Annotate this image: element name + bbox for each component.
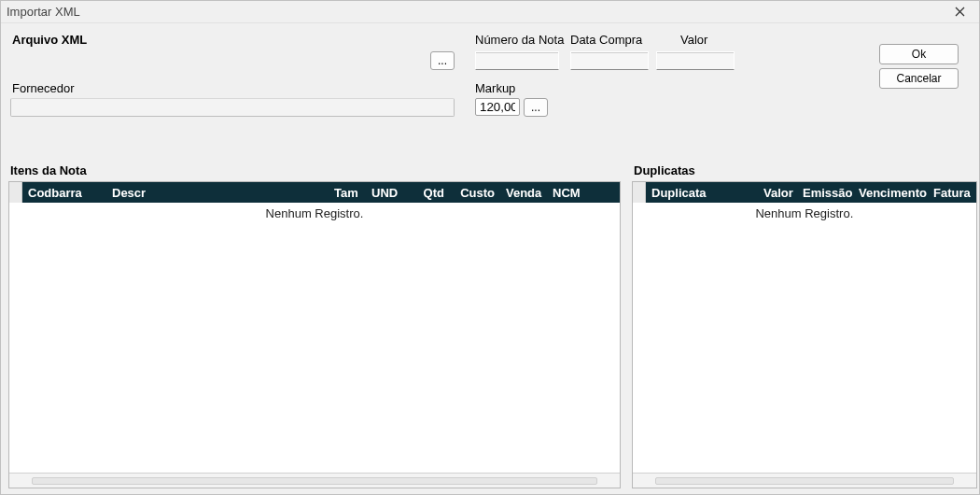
valor-input[interactable] — [656, 51, 735, 70]
itens-grid[interactable]: Codbarra Descr Tam UND Qtd Custo Venda N… — [8, 181, 621, 488]
col-custo[interactable]: Custo — [450, 186, 500, 200]
markup-label: Markup — [475, 81, 515, 95]
numero-nota-input[interactable] — [475, 51, 559, 70]
itens-grid-header: Codbarra Descr Tam UND Qtd Custo Venda N… — [9, 182, 620, 203]
markup-ellipsis-button[interactable]: ... — [524, 98, 548, 117]
duplicatas-grid-wrap: Duplicatas Duplicata Valor Emissão Venci… — [632, 163, 977, 488]
col-qtd[interactable]: Qtd — [405, 186, 450, 200]
data-compra-label: Data Compra — [570, 33, 642, 47]
window: Importar XML Arquivo XML ... Fornecedor … — [0, 0, 980, 495]
col-venda[interactable]: Venda — [500, 186, 547, 200]
form-area: Arquivo XML ... Fornecedor Número da Not… — [8, 27, 972, 139]
valor-label: Valor — [680, 33, 707, 47]
col-und[interactable]: UND — [366, 186, 405, 200]
itens-grid-wrap: Itens da Nota Codbarra Descr Tam UND Qtd… — [8, 163, 621, 488]
duplicatas-horizontal-scrollbar[interactable] — [633, 473, 976, 488]
content: Arquivo XML ... Fornecedor Número da Not… — [1, 23, 979, 494]
col-codbarra[interactable]: Codbarra — [22, 186, 106, 200]
col-tam[interactable]: Tam — [329, 186, 366, 200]
row-indicator-gutter — [633, 182, 646, 203]
numero-nota-label: Número da Nota — [475, 33, 564, 47]
markup-input[interactable] — [475, 98, 520, 116]
duplicatas-grid-body: Nenhum Registro. — [633, 203, 976, 473]
data-compra-input[interactable] — [570, 51, 649, 70]
ok-button[interactable]: Ok — [879, 44, 959, 64]
col-duplicata[interactable]: Duplicata — [646, 186, 758, 200]
itens-grid-body: Nenhum Registro. — [9, 203, 620, 473]
window-title: Importar XML — [7, 5, 945, 19]
col-vencimento[interactable]: Vencimento — [853, 186, 928, 200]
arquivo-xml-label: Arquivo XML — [12, 33, 87, 47]
itens-empty-message: Nenhum Registro. — [9, 203, 620, 220]
row-indicator-gutter — [9, 182, 22, 203]
duplicatas-empty-message: Nenhum Registro. — [633, 203, 976, 220]
duplicatas-grid-header: Duplicata Valor Emissão Vencimento Fatur… — [633, 182, 976, 203]
col-fatura[interactable]: Fatura — [928, 186, 976, 200]
col-descr[interactable]: Descr — [106, 186, 329, 200]
close-icon[interactable] — [945, 3, 973, 21]
arquivo-browse-button[interactable]: ... — [430, 51, 455, 70]
fornecedor-input[interactable] — [10, 98, 455, 117]
col-ncm[interactable]: NCM — [547, 186, 620, 200]
itens-grid-title: Itens da Nota — [8, 163, 621, 177]
titlebar: Importar XML — [1, 1, 979, 23]
duplicatas-grid[interactable]: Duplicata Valor Emissão Vencimento Fatur… — [632, 181, 977, 488]
fornecedor-label: Fornecedor — [12, 81, 74, 95]
col-valor[interactable]: Valor — [758, 186, 797, 200]
grids-area: Itens da Nota Codbarra Descr Tam UND Qtd… — [8, 163, 972, 488]
itens-horizontal-scrollbar[interactable] — [9, 473, 620, 488]
cancel-button[interactable]: Cancelar — [879, 68, 959, 89]
duplicatas-grid-title: Duplicatas — [632, 163, 977, 177]
col-emissao[interactable]: Emissão — [797, 186, 853, 200]
